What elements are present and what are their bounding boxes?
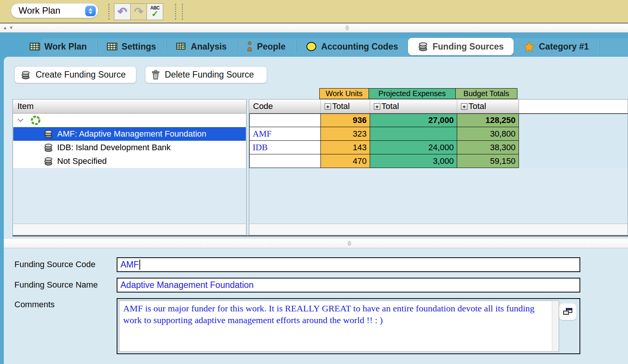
open-editor-button[interactable]	[559, 303, 576, 320]
tab-work-plan[interactable]: Work Plan	[20, 38, 97, 55]
code-cell[interactable]	[249, 114, 321, 127]
horizontal-scrollbar[interactable]	[250, 224, 627, 235]
code-cell[interactable]: IDB	[249, 141, 321, 154]
funding-sources-panel: Create Funding Source Delete Funding Sou…	[4, 57, 628, 364]
group-header-work-units: Work Units	[319, 88, 369, 99]
budget-totals-cell[interactable]: 128,250	[457, 114, 519, 127]
table-row[interactable]: 470 3,000 59,150	[249, 154, 628, 168]
grid-icon	[30, 42, 40, 51]
group-header-budget-totals: Budget Totals	[455, 88, 517, 99]
text-caret	[139, 260, 140, 270]
work-units-cell[interactable]: 323	[321, 127, 370, 141]
project-ring-icon	[30, 115, 41, 126]
tab-settings[interactable]: Settings	[97, 38, 166, 55]
coins-icon	[418, 41, 428, 52]
expand-column-icon[interactable]: +	[374, 103, 380, 110]
code-cell[interactable]: AMF	[249, 127, 321, 141]
coins-icon	[21, 70, 31, 80]
tree-item-funding-source[interactable]: AMF: Adaptive Management Foundation	[13, 127, 246, 141]
coins-icon	[44, 143, 53, 152]
comments-textarea[interactable]: AMF is our major funder for this work. I…	[119, 300, 559, 352]
create-funding-source-button[interactable]: Create Funding Source	[14, 66, 136, 83]
star-icon	[523, 41, 535, 52]
horizontal-splitter-detail[interactable]	[4, 238, 628, 248]
table-row[interactable]: AMF 323 30,800	[249, 127, 628, 141]
horizontal-splitter-top[interactable]: ▲▼	[0, 23, 628, 33]
work-units-cell[interactable]: 143	[321, 141, 370, 154]
spellcheck-button[interactable]: ABC ✓	[147, 3, 163, 20]
work-units-total-header: + Total	[321, 100, 370, 113]
funding-source-name-label: Funding Source Name	[14, 280, 98, 290]
toolbar-separator	[175, 4, 176, 20]
projected-expenses-cell[interactable]	[370, 127, 457, 141]
redo-icon: ↷	[134, 6, 143, 17]
work-units-cell[interactable]: 936	[321, 114, 370, 127]
coins-icon	[44, 129, 53, 139]
budget-totals-cell[interactable]: 38,300	[457, 141, 519, 154]
undo-button[interactable]: ↶	[114, 3, 131, 20]
main-area: Work Plan Settings ? Analysis People	[0, 33, 628, 364]
tab-analysis[interactable]: ? Analysis	[166, 38, 237, 55]
projected-expenses-cell[interactable]: 27,000	[370, 114, 457, 127]
view-selector-value: Work Plan	[19, 5, 60, 16]
tree-item-funding-source[interactable]: Not Specified	[13, 154, 246, 168]
code-cell[interactable]	[249, 154, 321, 168]
undo-icon: ↶	[117, 6, 127, 17]
delete-funding-source-button[interactable]: Delete Funding Source	[145, 66, 267, 83]
budget-totals-total-header: + Total	[457, 100, 519, 113]
trash-icon	[152, 70, 160, 80]
splitter-handle-dot	[345, 25, 349, 30]
item-column-header: Item	[13, 100, 246, 114]
svg-text:?: ?	[181, 42, 186, 51]
person-icon	[247, 41, 253, 52]
tree-empty-area	[13, 168, 246, 223]
top-toolbar: Work Plan ↶ ↷ ABC ✓	[0, 0, 628, 23]
collapse-expand-icon[interactable]: ▲▼	[3, 25, 15, 30]
tab-accounting-codes[interactable]: Accounting Codes	[296, 38, 408, 55]
vertical-scrollbar[interactable]	[552, 301, 558, 351]
funding-source-name-input[interactable]: Adaptive Management Foundation	[117, 278, 580, 292]
budget-totals-cell[interactable]: 59,150	[457, 154, 519, 168]
group-header-projected-expenses: Projected Expenses	[369, 88, 456, 99]
work-units-cell[interactable]: 470	[321, 154, 370, 168]
budget-table-area: Item	[12, 99, 628, 236]
projected-expenses-cell[interactable]: 3,000	[370, 154, 457, 168]
tree-root-row[interactable]	[13, 114, 246, 127]
funding-source-tree-pane: Item	[12, 99, 247, 235]
comments-label: Comments	[14, 300, 55, 310]
tab-funding-sources[interactable]: Funding Sources	[408, 38, 514, 55]
budget-totals-cell[interactable]: 30,800	[457, 127, 519, 141]
horizontal-scrollbar[interactable]	[13, 224, 246, 235]
tab-bar: Work Plan Settings ? Analysis People	[20, 37, 599, 56]
toolbar-separator	[108, 4, 109, 20]
redo-button[interactable]: ↷	[130, 3, 147, 20]
popup-editor-icon	[563, 308, 573, 316]
comments-field-container: AMF is our major funder for this work. I…	[117, 298, 580, 354]
coins-icon	[44, 156, 53, 166]
funding-source-code-label: Funding Source Code	[14, 260, 95, 269]
tree-item-funding-source[interactable]: IDB: Island Development Bank	[13, 141, 246, 154]
toolbar-separator	[182, 4, 183, 20]
analysis-icon: ?	[176, 42, 187, 51]
tab-category-1[interactable]: Category #1	[514, 38, 599, 55]
code-column-header: Code	[249, 100, 321, 113]
chevron-down-icon[interactable]	[17, 118, 24, 123]
stepper-icon	[85, 6, 96, 16]
grid-empty-area	[249, 168, 628, 223]
budget-values-pane: Code + Total + Total + Total	[249, 99, 628, 235]
tab-divider	[599, 41, 599, 52]
expand-column-icon[interactable]: +	[325, 103, 331, 110]
tab-people[interactable]: People	[237, 38, 295, 55]
funding-source-code-input[interactable]: AMF	[117, 257, 580, 272]
expand-column-icon[interactable]: +	[461, 103, 467, 110]
view-selector[interactable]: Work Plan	[11, 3, 98, 18]
projected-expenses-cell[interactable]: 24,000	[370, 141, 457, 154]
table-row-totals[interactable]: 936 27,000 128,250	[249, 114, 628, 127]
splitter-handle-dot	[348, 241, 351, 246]
yellow-ellipse-icon	[306, 42, 317, 51]
table-row[interactable]: IDB 143 24,000 38,300	[249, 141, 628, 154]
grid-header-row: Code + Total + Total + Total	[249, 100, 628, 114]
grid-icon	[107, 42, 117, 51]
projected-expenses-total-header: + Total	[370, 100, 457, 113]
